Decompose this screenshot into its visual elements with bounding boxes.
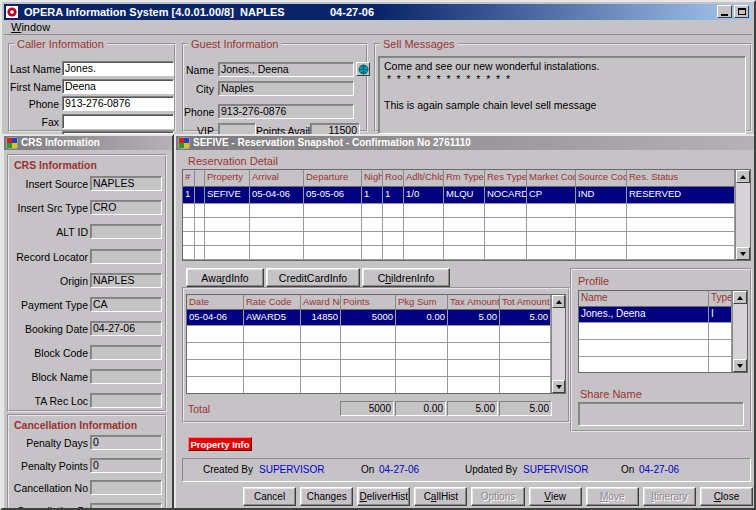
cancellation-dt-field xyxy=(90,503,162,510)
profile-row-selected[interactable]: Jones., Deena I xyxy=(579,307,732,323)
deliver-hist-button[interactable]: Deliver Hist xyxy=(357,487,410,506)
scroll-up-icon xyxy=(737,296,743,300)
column-header[interactable]: Type xyxy=(709,291,732,307)
guest-information-title: Guest Information xyxy=(188,38,281,50)
scroll-up-button[interactable] xyxy=(733,291,747,304)
audit-panel: Created By SUPERVISOR On 04-27-06 Update… xyxy=(182,458,751,482)
maximize-button[interactable] xyxy=(734,5,749,18)
changes-button[interactable]: Changes xyxy=(300,487,353,506)
last-name-input[interactable]: Jones. xyxy=(62,61,174,76)
origin-field: NAPLES xyxy=(90,273,162,288)
column-header[interactable]: Adlt/Chld xyxy=(404,170,444,187)
cancel-button[interactable]: Cancel xyxy=(243,487,296,506)
column-header[interactable]: Market Code xyxy=(527,170,576,187)
field-label: ALT ID xyxy=(9,226,88,238)
reservation-snapshot-window: SEFIVE - Reservation Snapshot - Confirma… xyxy=(174,134,756,510)
booking-date-field: 04-27-06 xyxy=(90,321,162,336)
caller-information-title: Caller Information xyxy=(14,38,107,50)
block-code-field xyxy=(90,345,162,360)
close-button[interactable]: Close xyxy=(700,487,753,506)
award-scrollbar[interactable] xyxy=(551,295,565,393)
column-header[interactable]: Tot Amount xyxy=(500,295,551,310)
first-name-input[interactable]: Deena xyxy=(62,79,174,94)
menu-window[interactable]: Window xyxy=(11,21,50,33)
tab-children-info[interactable]: Children Info xyxy=(362,268,450,287)
field-label: Phone xyxy=(10,98,59,110)
scroll-up-button[interactable] xyxy=(736,170,750,183)
block-name-field xyxy=(90,369,162,384)
column-header[interactable]: Night xyxy=(362,170,383,187)
reservation-row-selected[interactable]: 1 SEFIVE 05-04-06 05-05-06 1 1 1/0 MLQU … xyxy=(183,187,735,204)
column-header[interactable]: # xyxy=(183,170,195,187)
column-header[interactable]: Points xyxy=(341,295,396,310)
call-hist-button[interactable]: Call Hist xyxy=(414,487,467,506)
profile-globe-button[interactable] xyxy=(356,62,370,76)
total-pkg-sum-field: 0.00 xyxy=(395,401,446,416)
table-row xyxy=(579,323,732,340)
column-header[interactable]: Property xyxy=(205,170,250,187)
fax-input[interactable] xyxy=(62,114,174,129)
field-label: Insert Source xyxy=(9,178,88,190)
column-header[interactable]: Name xyxy=(579,291,709,307)
column-header[interactable]: Pkg Sum xyxy=(396,295,448,310)
phone-input[interactable]: 913-276-0876 xyxy=(62,96,174,111)
itinerary-button: Itinerary xyxy=(643,487,696,506)
column-header[interactable]: Departure xyxy=(304,170,362,187)
sell-message-line xyxy=(384,86,740,99)
column-header[interactable]: Rm Type xyxy=(444,170,485,187)
move-button: Move xyxy=(586,487,639,506)
award-row-selected[interactable]: 05-04-06 AWARD5 14850 5000 0.00 5.00 5.0… xyxy=(187,310,551,326)
crs-window-titlebar[interactable]: CRS Information xyxy=(4,136,172,150)
table-row xyxy=(183,232,735,246)
reservation-window-titlebar[interactable]: SEFIVE - Reservation Snapshot - Confirma… xyxy=(176,136,754,150)
profile-scrollbar[interactable] xyxy=(732,291,747,372)
scroll-up-icon xyxy=(556,300,562,304)
column-header[interactable]: Tax Amount xyxy=(448,295,500,310)
scroll-up-button[interactable] xyxy=(552,295,565,308)
column-header[interactable]: Rate Code xyxy=(244,295,301,310)
guest-phone-field: 913-276-0876 xyxy=(218,104,354,119)
scroll-down-button[interactable] xyxy=(552,380,565,393)
field-label: Record Locator xyxy=(9,251,88,263)
minimize-icon xyxy=(721,14,728,16)
table-row xyxy=(183,218,735,232)
field-label: City xyxy=(184,83,214,95)
view-button[interactable]: View xyxy=(529,487,582,506)
column-header[interactable]: Res. Status xyxy=(627,170,735,187)
scroll-down-icon xyxy=(556,385,562,389)
column-header[interactable]: Award No xyxy=(301,295,341,310)
sell-message-line: This is again sample chain level sell me… xyxy=(384,99,740,112)
share-name-field xyxy=(578,402,744,426)
minimize-button[interactable] xyxy=(717,5,732,18)
table-row xyxy=(187,343,551,360)
tab-award-info[interactable]: Award Info xyxy=(186,268,264,287)
title-bar[interactable]: OPERA Information System [4.0.01.00/8] N… xyxy=(4,4,752,20)
scroll-down-button[interactable] xyxy=(736,247,750,260)
profile-panel: Profile Name Type Jones., Deena I xyxy=(570,268,752,432)
maximize-icon xyxy=(738,8,746,15)
table-row xyxy=(579,340,732,357)
insert-src-type-field: CRO xyxy=(90,200,162,215)
field-label: Fax xyxy=(10,116,59,128)
column-header[interactable]: Roon xyxy=(383,170,404,187)
field-label: Block Code xyxy=(9,347,88,359)
column-header[interactable]: Date xyxy=(187,295,244,310)
column-header[interactable]: Source Code xyxy=(576,170,627,187)
column-header[interactable]: Res Type xyxy=(485,170,527,187)
sell-message-line: Come and see our new wonderful instalati… xyxy=(384,60,740,73)
alt-id-field xyxy=(90,224,162,239)
property-info-button[interactable]: Property Info xyxy=(188,437,252,451)
scroll-down-button[interactable] xyxy=(733,359,747,372)
column-header[interactable] xyxy=(195,170,205,187)
column-header[interactable]: Arrival xyxy=(250,170,304,187)
guest-information-group: Guest Information Name Jones., Deena Cit… xyxy=(182,38,368,132)
sell-message-line: * * * * * * * * * * * * * xyxy=(384,73,740,86)
created-by-value: SUPERVISOR xyxy=(259,464,324,475)
reservation-scrollbar[interactable] xyxy=(735,170,750,260)
updated-on-label: On xyxy=(621,464,634,475)
property-code: NAPLES xyxy=(240,6,285,18)
profile-title: Profile xyxy=(578,275,609,287)
field-label: Cancellation Dt xyxy=(9,505,88,510)
action-button-bar: Cancel Changes Deliver Hist Call Hist Op… xyxy=(243,487,753,506)
tab-credit-card-info[interactable]: Credit Card Info xyxy=(266,268,360,287)
